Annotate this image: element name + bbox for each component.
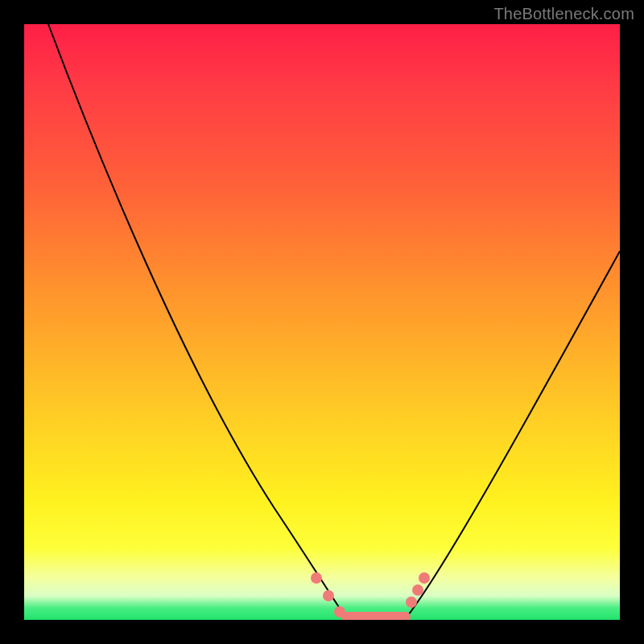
svg-point-1 — [323, 590, 334, 601]
svg-point-0 — [311, 572, 322, 584]
svg-point-4 — [412, 584, 423, 596]
svg-point-3 — [406, 597, 417, 608]
watermark-text: TheBottleneck.com — [493, 5, 634, 23]
beads-left — [311, 572, 345, 617]
bottleneck-curve — [24, 24, 620, 620]
curve-left-branch — [48, 24, 346, 618]
plot-area — [24, 24, 620, 620]
svg-point-5 — [419, 572, 430, 584]
chart-frame: TheBottleneck.com — [0, 0, 644, 644]
svg-point-2 — [334, 606, 345, 617]
curve-right-branch — [406, 251, 620, 618]
